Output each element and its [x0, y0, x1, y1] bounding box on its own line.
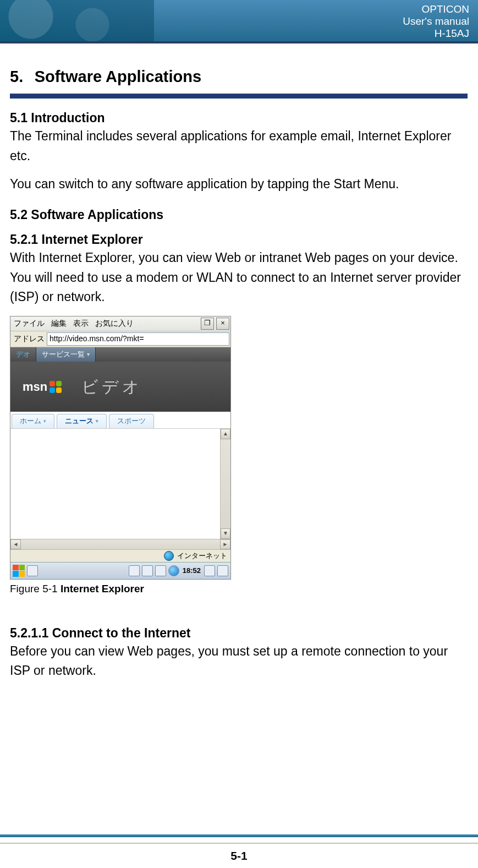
- section-divider: [10, 94, 468, 99]
- paragraph-5-1a: The Terminal includes several applicatio…: [10, 127, 468, 166]
- paragraph-5-2-1-1: Before you can view Web pages, you must …: [10, 642, 468, 681]
- heading-5-2-1-1: 5.2.1.1 Connect to the Internet: [10, 626, 468, 641]
- header-model: H-15AJ: [403, 28, 469, 40]
- subtab-home[interactable]: ホーム▾: [12, 414, 54, 428]
- subtab-sports-label: スポーツ: [117, 416, 146, 426]
- menu-favorites[interactable]: お気に入り: [92, 316, 137, 331]
- chevron-down-icon: ▾: [87, 351, 90, 357]
- heading-5-1: 5.1 Introduction: [10, 111, 468, 125]
- status-bar: インターネット: [10, 549, 230, 562]
- scroll-down-button[interactable]: ▼: [221, 528, 230, 539]
- footer-bar: [0, 834, 478, 837]
- msn-logo-text: msn: [23, 380, 47, 394]
- hero-title: ビデオ: [81, 376, 142, 398]
- screenshot-window: ファイル 編集 表示 お気に入り ❐ × アドレス http://video.m…: [10, 316, 231, 580]
- taskbar: 18:52: [10, 562, 230, 579]
- menu-edit[interactable]: 編集: [48, 316, 70, 331]
- address-bar: アドレス http://video.msn.com/?mkt=: [10, 331, 230, 347]
- restore-button[interactable]: ❐: [201, 318, 214, 330]
- msn-butterfly-icon: [50, 381, 62, 393]
- site-hero: msn ビデオ: [10, 362, 230, 412]
- menubar: ファイル 編集 表示 お気に入り ❐ ×: [10, 316, 230, 331]
- heading-5-2: 5.2 Software Applications: [10, 208, 468, 222]
- vertical-scrollbar[interactable]: ▲ ▼: [220, 429, 230, 539]
- chevron-down-icon: ▾: [43, 418, 46, 424]
- footer-divider: [0, 843, 478, 844]
- msn-logo: msn: [23, 380, 65, 394]
- status-zone-label: インターネット: [177, 551, 227, 561]
- subtab-sports[interactable]: スポーツ: [109, 414, 154, 428]
- site-tab-services-label: サービス一覧: [42, 350, 85, 359]
- paragraph-5-1b: You can switch to any software applicati…: [10, 174, 468, 194]
- section-heading-row: 5. Software Applications: [10, 68, 468, 86]
- scroll-up-button[interactable]: ▲: [221, 429, 230, 439]
- subtab-home-label: ホーム: [20, 416, 41, 426]
- content-area: 5. Software Applications 5.1 Introductio…: [0, 43, 478, 681]
- subtab-news[interactable]: ニュース▾: [57, 414, 107, 428]
- header-subtitle: User's manual: [403, 15, 469, 28]
- start-button[interactable]: [13, 565, 25, 577]
- tray-volume-icon[interactable]: [155, 565, 166, 576]
- site-subtabs: ホーム▾ ニュース▾ スポーツ: [10, 412, 230, 429]
- tray-network-icon[interactable]: [129, 565, 140, 576]
- address-label: アドレス: [14, 334, 45, 344]
- subtab-news-label: ニュース: [65, 416, 94, 426]
- page-viewport: ▲ ▼: [10, 429, 230, 539]
- heading-5-2-1: 5.2.1 Internet Explorer: [10, 232, 468, 247]
- globe-icon: [164, 551, 174, 561]
- page-footer: 5-1: [0, 834, 478, 868]
- figure-caption-prefix: Figure 5-1: [10, 583, 61, 594]
- chevron-down-icon: ▾: [96, 418, 98, 424]
- menu-file[interactable]: ファイル: [10, 316, 48, 331]
- site-tab-services[interactable]: サービス一覧 ▾: [36, 347, 96, 362]
- menu-view[interactable]: 表示: [70, 316, 92, 331]
- close-button[interactable]: ×: [216, 318, 229, 330]
- scroll-right-button[interactable]: ►: [220, 539, 230, 549]
- header-decoration: [0, 0, 154, 41]
- section-number: 5.: [10, 68, 23, 85]
- page-number: 5-1: [0, 849, 478, 862]
- header-titles: OPTICON User's manual H-15AJ: [403, 3, 469, 40]
- tray-sip-icon[interactable]: [204, 565, 215, 576]
- site-tab-video[interactable]: デオ: [10, 347, 36, 362]
- section-title: Software Applications: [35, 68, 201, 85]
- tray-desktop-icon[interactable]: [217, 565, 228, 576]
- page-header: OPTICON User's manual H-15AJ: [0, 0, 478, 41]
- scroll-left-button[interactable]: ◄: [10, 539, 21, 549]
- tray-bluetooth-icon[interactable]: [168, 565, 179, 576]
- taskbar-app-icon[interactable]: [27, 565, 38, 576]
- figure-caption-name: Internet Explorer: [61, 583, 144, 594]
- site-tab-video-label: デオ: [16, 350, 30, 359]
- site-topbar: デオ サービス一覧 ▾: [10, 347, 230, 362]
- address-input[interactable]: http://video.msn.com/?mkt=: [47, 332, 229, 346]
- figure-caption: Figure 5-1 Internet Explorer: [10, 583, 468, 595]
- taskbar-clock: 18:52: [182, 566, 202, 575]
- header-brand: OPTICON: [403, 3, 469, 15]
- paragraph-5-2-1: With Internet Explorer, you can view Web…: [10, 248, 468, 307]
- tray-battery-icon[interactable]: [142, 565, 153, 576]
- horizontal-scrollbar[interactable]: ◄ ►: [10, 539, 230, 549]
